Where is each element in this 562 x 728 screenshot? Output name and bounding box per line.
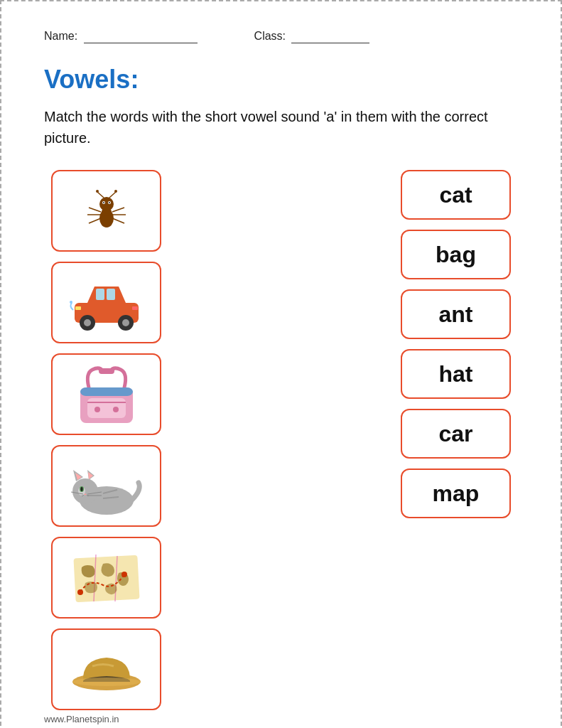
instructions-text: Match the words with the short vowel sou… xyxy=(44,106,518,149)
svg-point-10 xyxy=(114,190,117,193)
image-card-bag xyxy=(51,353,161,435)
class-field: Class: xyxy=(254,30,370,43)
word-ant: ant xyxy=(439,301,473,328)
svg-line-14 xyxy=(112,208,124,212)
word-card-hat: hat xyxy=(401,349,511,399)
page-title: Vowels: xyxy=(44,65,518,95)
class-label: Class: xyxy=(254,30,286,42)
hat-icon xyxy=(67,638,146,702)
image-card-map xyxy=(51,537,161,619)
word-card-bag: bag xyxy=(401,230,511,279)
svg-rect-18 xyxy=(96,289,104,300)
svg-point-42 xyxy=(80,487,82,491)
svg-rect-24 xyxy=(75,306,81,310)
name-line xyxy=(84,30,198,43)
svg-rect-49 xyxy=(73,555,139,602)
word-car: car xyxy=(438,421,472,447)
map-icon xyxy=(67,546,146,610)
svg-line-16 xyxy=(112,218,124,223)
word-bag: bag xyxy=(436,242,476,268)
word-card-cat: cat xyxy=(401,170,511,220)
words-column: cat bag ant hat car map xyxy=(401,170,511,518)
header-row: Name: Class: xyxy=(44,30,518,43)
svg-rect-28 xyxy=(87,398,126,418)
svg-point-32 xyxy=(113,407,119,412)
svg-point-2 xyxy=(102,208,112,216)
svg-point-23 xyxy=(122,319,129,326)
car-icon xyxy=(67,271,146,335)
svg-point-53 xyxy=(121,572,127,577)
word-card-ant: ant xyxy=(401,289,511,339)
footer-text: www.Planetspin.in xyxy=(44,714,119,724)
name-label: Name: xyxy=(44,30,77,42)
svg-point-6 xyxy=(109,202,110,203)
worksheet-page: Name: Class: Vowels: Match the words wit… xyxy=(0,0,562,728)
word-card-car: car xyxy=(401,409,511,459)
svg-point-5 xyxy=(103,202,104,203)
image-card-cat xyxy=(51,445,161,527)
svg-rect-25 xyxy=(132,306,138,310)
svg-line-13 xyxy=(89,218,101,223)
word-cat: cat xyxy=(439,182,472,208)
svg-point-21 xyxy=(84,319,91,326)
svg-rect-33 xyxy=(80,387,133,396)
svg-point-55 xyxy=(72,678,141,686)
bag-icon xyxy=(67,363,146,427)
image-card-car xyxy=(51,262,161,343)
name-field: Name: xyxy=(44,30,198,43)
word-map: map xyxy=(433,481,480,507)
image-card-ant xyxy=(51,170,161,252)
svg-point-26 xyxy=(70,301,72,304)
cat-icon xyxy=(67,454,146,518)
svg-line-7 xyxy=(97,192,104,198)
word-card-map: map xyxy=(401,469,511,518)
image-card-hat xyxy=(51,628,161,710)
svg-point-9 xyxy=(96,190,99,193)
svg-point-31 xyxy=(94,407,100,412)
svg-point-52 xyxy=(77,589,83,595)
images-column xyxy=(51,170,161,710)
word-hat: hat xyxy=(439,361,473,387)
svg-rect-30 xyxy=(99,368,114,374)
svg-rect-19 xyxy=(107,289,115,300)
ant-icon xyxy=(67,179,146,243)
svg-line-8 xyxy=(109,192,116,198)
matching-area: cat bag ant hat car map xyxy=(44,170,518,710)
class-line xyxy=(291,30,369,43)
svg-line-11 xyxy=(89,208,101,212)
